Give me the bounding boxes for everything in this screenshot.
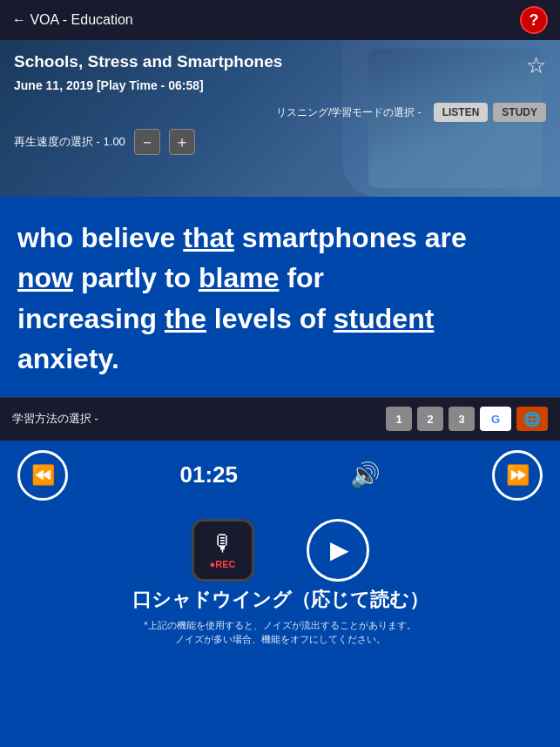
word-smartphones[interactable]: smartphones: [242, 222, 417, 253]
nav-bar: ← VOA - Education ?: [0, 0, 560, 40]
record-row: 🎙 ●REC ▶: [192, 519, 369, 582]
volume-icon[interactable]: 🔊: [350, 461, 381, 489]
speed-row: 再生速度の選択 - 1.00 － ＋: [14, 129, 546, 155]
study-button[interactable]: STUDY: [493, 103, 546, 122]
back-label: ← VOA - Education: [12, 12, 133, 28]
word-increasing[interactable]: increasing: [17, 303, 157, 334]
word-are[interactable]: are: [425, 222, 467, 253]
speed-decrease-button[interactable]: －: [134, 129, 160, 155]
article-meta: June 11, 2019 [Play Time - 06:58]: [14, 78, 546, 92]
bottom-toolbar: 学習方法の選択 - 1 2 3 G 🌐: [0, 397, 560, 441]
word-of[interactable]: of: [300, 303, 326, 334]
google-translate-button[interactable]: G: [480, 407, 511, 431]
speed-label: 再生速度の選択 - 1.00: [14, 134, 125, 150]
word-for[interactable]: for: [287, 262, 324, 293]
article-text: who believe that smartphones are now par…: [17, 218, 543, 380]
google-icon: G: [491, 413, 500, 426]
article-title: Schools, Stress and Smartphones: [14, 52, 546, 71]
mode-label: リスニング/学習モードの選択 -: [14, 105, 428, 120]
rewind-icon: ⏪: [31, 464, 55, 487]
rec-label: ●REC: [210, 559, 236, 569]
word-levels[interactable]: levels: [214, 303, 292, 334]
translate-button[interactable]: 🌐: [516, 407, 548, 431]
word-believe[interactable]: believe: [81, 222, 183, 253]
record-section: 🎙 ●REC ▶ 口シャドウイング（応じて読む） *上記の機能を使用すると、ノイ…: [0, 510, 560, 656]
text-area: who believe that smartphones are now par…: [0, 197, 560, 397]
toolbar-buttons: 1 2 3 G 🌐: [386, 407, 548, 431]
word-now[interactable]: now: [17, 262, 73, 293]
play-icon: ▶: [330, 535, 349, 564]
plus-icon: ＋: [174, 131, 190, 152]
mode-row: リスニング/学習モードの選択 - LISTEN STUDY: [14, 103, 546, 122]
translate-icon: 🌐: [523, 411, 541, 427]
shadowing-label: 口シャドウイング（応じて読む）: [132, 587, 428, 613]
forward-icon: ⏩: [506, 464, 530, 487]
back-button[interactable]: ← VOA - Education: [12, 12, 133, 28]
word-who[interactable]: who: [17, 222, 73, 253]
word-anxiety[interactable]: anxiety.: [17, 343, 119, 374]
toolbar-label: 学習方法の選択 -: [12, 411, 98, 427]
header-section: ☆ Schools, Stress and Smartphones June 1…: [0, 40, 560, 197]
rewind-button[interactable]: ⏪: [17, 450, 68, 501]
mode-3-button[interactable]: 3: [449, 407, 475, 431]
word-blame[interactable]: blame: [199, 262, 279, 293]
forward-button[interactable]: ⏩: [492, 450, 543, 501]
word-partly[interactable]: partly: [81, 262, 157, 293]
mic-icon: 🎙: [212, 530, 234, 557]
warning-text: *上記の機能を使用すると、ノイズが流出することがあります。 ノイズが多い場合、機…: [144, 618, 415, 647]
player-time: 01:25: [180, 461, 239, 488]
word-to[interactable]: to: [165, 262, 191, 293]
favorite-icon[interactable]: ☆: [526, 52, 546, 79]
mode-2-button[interactable]: 2: [417, 407, 443, 431]
listen-button[interactable]: LISTEN: [434, 103, 489, 122]
word-the[interactable]: the: [165, 303, 206, 334]
minus-icon: －: [139, 131, 155, 152]
word-student[interactable]: student: [334, 303, 435, 334]
play-button[interactable]: ▶: [307, 519, 369, 582]
help-icon: ?: [530, 11, 539, 30]
word-that[interactable]: that: [183, 222, 234, 253]
player-section: ⏪ 01:25 🔊 ⏩: [0, 441, 560, 510]
record-button[interactable]: 🎙 ●REC: [192, 519, 254, 582]
speed-increase-button[interactable]: ＋: [169, 129, 195, 155]
help-button[interactable]: ?: [520, 6, 548, 34]
mode-1-button[interactable]: 1: [386, 407, 412, 431]
